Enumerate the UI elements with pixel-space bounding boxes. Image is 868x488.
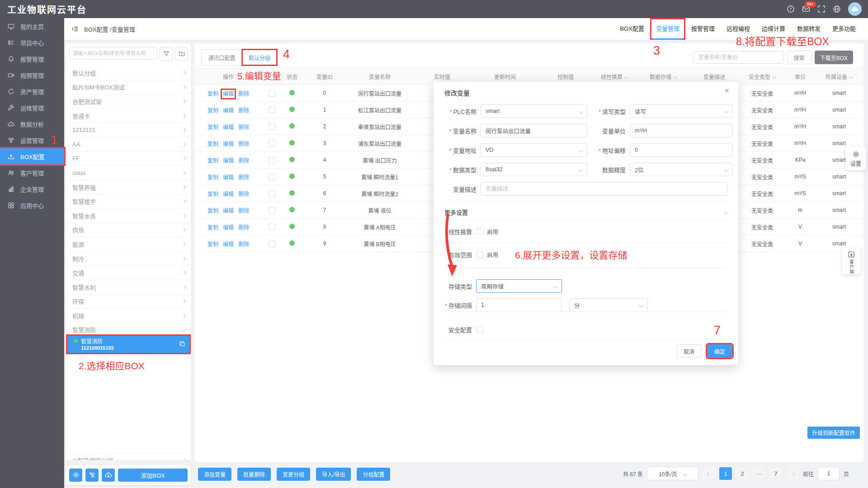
edit-link[interactable]: 编辑	[223, 174, 234, 181]
sidebar-item-analytics[interactable]: 数据分析	[0, 116, 64, 132]
selected-box-item[interactable]: 智慧消防 112100015155	[67, 336, 189, 353]
rw-type-select[interactable]: 读写	[630, 104, 733, 118]
change-group-button[interactable]: 变更分组	[277, 468, 310, 481]
edit-link[interactable]: 编辑	[223, 241, 234, 248]
col-security[interactable]: 安全类型	[739, 68, 786, 85]
group-item[interactable]: 智慧水务	[66, 209, 191, 223]
tab-comm-port-config[interactable]: 通讯口配置	[202, 50, 242, 65]
group-item[interactable]: 制冷	[66, 252, 191, 266]
edit-link[interactable]: 编辑	[223, 124, 234, 131]
group-item[interactable]: 贴片SIM卡BOX测试	[66, 80, 191, 95]
col-device[interactable]: 所属设备	[815, 68, 863, 85]
group-item[interactable]: AA	[66, 137, 191, 152]
page-button-1[interactable]: 1	[719, 467, 732, 480]
sidebar-item-video[interactable]: 视频管理	[0, 67, 64, 83]
add-group-button[interactable]	[175, 47, 188, 61]
row-checkbox[interactable]	[269, 123, 275, 130]
sidebar-item-app-center[interactable]: 应用中心	[0, 197, 64, 213]
group-item[interactable]: 能源	[66, 237, 191, 252]
row-checkbox[interactable]	[269, 207, 275, 214]
group-item[interactable]: 普通卡	[66, 109, 191, 123]
tab-default-group[interactable]: 默认分组	[242, 50, 277, 65]
floating-client-download[interactable]: 客户端	[842, 248, 860, 275]
group-item[interactable]: 智慧楼宇	[66, 194, 191, 209]
tab-more-functions[interactable]: 更多功能	[826, 18, 862, 40]
copy-link[interactable]: 复制	[208, 241, 218, 248]
delete-link[interactable]: 删除	[238, 208, 249, 214]
edit-link[interactable]: 编辑	[223, 141, 234, 147]
addr-offset-input[interactable]	[630, 143, 733, 157]
sidebar-item-box-config[interactable]: BOX配置	[0, 148, 64, 164]
fullscreen-icon[interactable]	[817, 5, 826, 13]
floating-settings-button[interactable]: 设置	[845, 147, 866, 170]
group-item[interactable]: 默认分组	[66, 66, 191, 80]
prev-page-button[interactable]	[703, 467, 715, 480]
group-item[interactable]: 供热	[66, 223, 191, 238]
group-item[interactable]: 智慧水利	[66, 280, 191, 295]
edit-link[interactable]: 编辑	[223, 158, 234, 164]
row-checkbox[interactable]	[269, 190, 275, 197]
group-item-expanded[interactable]: 智慧消防	[66, 323, 191, 338]
storage-interval-unit-select[interactable]: 分	[569, 298, 648, 312]
edit-link[interactable]: 编辑	[223, 191, 234, 197]
upgrade-config-software-button[interactable]: 升级到新配置软件	[807, 427, 860, 439]
precision-select[interactable]: 2位	[630, 163, 733, 176]
delete-link[interactable]: 删除	[238, 225, 249, 231]
import-export-button[interactable]: 导入/导出	[316, 468, 351, 481]
row-checkbox[interactable]	[269, 224, 275, 230]
group-config-button[interactable]: 分组配置	[357, 468, 390, 481]
linear-enable-checkbox[interactable]	[476, 228, 483, 235]
sidebar-item-projects[interactable]: 项目中心	[0, 34, 64, 51]
sidebar-item-assets[interactable]: 资产管理	[0, 83, 64, 99]
batch-delete-button[interactable]: 批量删除	[237, 468, 271, 481]
group-item[interactable]: 智慧养殖	[66, 180, 191, 195]
mail-icon[interactable]: 99+	[802, 5, 810, 13]
var-addr-select[interactable]: VD	[481, 143, 587, 157]
var-unit-input[interactable]	[630, 124, 733, 137]
add-box-button[interactable]: 添加BOX	[118, 469, 188, 482]
tab-box-config[interactable]: BOX配置	[614, 18, 650, 40]
copy-link[interactable]: 复制	[208, 158, 218, 164]
copy-link[interactable]: 复制	[208, 174, 218, 181]
row-checkbox[interactable]	[269, 90, 275, 97]
delete-link[interactable]: 删除	[238, 91, 249, 97]
edit-link[interactable]: 编辑	[223, 225, 234, 231]
var-name-input[interactable]	[481, 124, 587, 137]
language-globe-icon[interactable]	[833, 5, 841, 13]
delete-link[interactable]: 删除	[238, 241, 249, 248]
copy-link[interactable]: 复制	[208, 141, 218, 147]
range-enable-checkbox[interactable]	[476, 251, 483, 258]
group-item[interactable]: 环保	[66, 295, 191, 309]
storage-interval-input[interactable]	[476, 298, 562, 312]
sidebar-item-enterprise[interactable]: 企业管理	[0, 181, 64, 197]
data-type-select[interactable]: float32	[481, 163, 587, 176]
box-cloud-upload-button[interactable]	[102, 469, 115, 482]
sidebar-item-customers[interactable]: 客户管理	[0, 164, 64, 181]
security-config-checkbox[interactable]	[476, 326, 483, 333]
row-checkbox[interactable]	[269, 240, 275, 247]
delete-link[interactable]: 删除	[238, 141, 249, 147]
box-offline-button[interactable]	[85, 469, 99, 482]
copy-link[interactable]: 复制	[208, 124, 218, 131]
delete-link[interactable]: 删除	[238, 108, 249, 114]
group-item[interactable]: 交通	[66, 266, 191, 280]
cancel-button[interactable]: 取消	[676, 344, 702, 358]
copy-link[interactable]: 复制	[208, 208, 218, 214]
row-checkbox[interactable]	[269, 174, 275, 180]
box-search-input[interactable]	[69, 47, 157, 60]
more-settings-toggle[interactable]: 更多设置	[444, 205, 727, 219]
delete-link[interactable]: 删除	[238, 191, 249, 197]
search-button[interactable]: 搜索	[787, 51, 811, 64]
confirm-button[interactable]: 确定	[707, 344, 732, 358]
copy-link[interactable]: 复制	[208, 191, 218, 197]
sidebar-item-ops[interactable]: 运维管理	[0, 99, 64, 116]
copy-link[interactable]: 复制	[208, 108, 218, 114]
delete-link[interactable]: 删除	[238, 124, 249, 131]
variable-search-input[interactable]	[693, 51, 784, 64]
sidebar-item-home[interactable]: 我的主页	[0, 18, 64, 34]
page-size-select[interactable]: 10条/页	[647, 467, 698, 480]
tab-alarm-management[interactable]: 报警管理	[685, 18, 721, 40]
add-variable-button[interactable]: 添加变量	[198, 468, 231, 481]
copy-icon[interactable]	[179, 341, 185, 347]
edit-link[interactable]: 编辑	[223, 108, 234, 114]
